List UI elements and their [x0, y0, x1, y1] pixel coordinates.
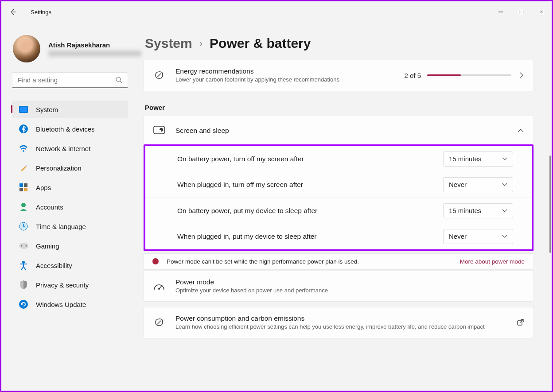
card-title: Power mode — [175, 278, 524, 286]
progress-fill — [427, 74, 461, 76]
card-sub: Optimize your device based on power use … — [175, 287, 524, 295]
paintbrush-icon — [19, 163, 28, 172]
bluetooth-icon — [19, 124, 28, 133]
maximize-button[interactable] — [511, 5, 531, 19]
energy-recommendations-card[interactable]: Energy recommendations Lower your carbon… — [143, 60, 534, 91]
shield-icon — [19, 280, 28, 289]
sidebar-item-apps[interactable]: Apps — [12, 179, 128, 196]
profile-block[interactable]: Atish Rajasekharan — [3, 23, 137, 72]
sidebar-item-gaming[interactable]: Gaming — [12, 237, 128, 255]
svg-rect-7 — [20, 107, 27, 112]
setting-row: On battery power, put my device to sleep… — [145, 198, 532, 224]
svg-point-21 — [19, 300, 28, 309]
dropdown-value: Never — [449, 233, 467, 240]
sidebar-item-label: Windows Update — [36, 301, 86, 308]
setting-label: On battery power, turn off my screen aft… — [177, 155, 443, 163]
info-text: Power mode can't be set while the high p… — [167, 258, 359, 265]
sidebar-item-privacy[interactable]: Privacy & security — [12, 276, 128, 294]
sleep-plugged-dropdown[interactable]: Never — [443, 229, 513, 244]
gamepad-icon — [19, 241, 28, 250]
svg-rect-14 — [24, 188, 27, 191]
screen-sleep-card: Screen and sleep On battery power, turn … — [143, 116, 534, 252]
sidebar-item-label: Privacy & security — [36, 281, 89, 289]
scrollbar-thumb[interactable] — [549, 155, 551, 253]
info-link[interactable]: More about power mode — [460, 258, 525, 265]
refresh-icon — [19, 300, 28, 309]
sidebar-item-time[interactable]: Time & language — [12, 217, 128, 235]
back-button[interactable] — [3, 2, 23, 22]
sidebar-item-bluetooth[interactable]: Bluetooth & devices — [12, 120, 128, 138]
card-sub: Lower your carbon footprint by applying … — [175, 76, 404, 84]
dropdown-value: Never — [449, 181, 467, 188]
chevron-right-icon: › — [199, 38, 203, 50]
sidebar-item-label: Network & internet — [36, 145, 90, 152]
sidebar-item-accessibility[interactable]: Accessibility — [12, 256, 128, 274]
external-link-icon — [517, 319, 524, 326]
sidebar: Atish Rajasekharan System Bluetooth & de… — [1, 23, 139, 391]
breadcrumb-parent[interactable]: System — [145, 36, 192, 51]
clock-globe-icon — [19, 222, 28, 231]
card-sub: Learn how choosing efficient power setti… — [175, 323, 517, 331]
card-title: Screen and sleep — [175, 127, 518, 135]
sidebar-item-label: Time & language — [36, 223, 86, 230]
chevron-down-icon — [502, 183, 507, 186]
chevron-up-icon — [518, 128, 524, 133]
sidebar-item-accounts[interactable]: Accounts — [12, 198, 128, 216]
profile-email — [48, 50, 141, 57]
window-controls — [491, 5, 552, 19]
gauge-icon — [153, 280, 165, 292]
carbon-card[interactable]: Power consumption and carbon emissions L… — [143, 307, 534, 338]
display-icon — [19, 105, 28, 114]
avatar — [13, 35, 40, 62]
screen-plugged-dropdown[interactable]: Never — [443, 177, 513, 192]
title-bar: Settings — [1, 1, 552, 23]
setting-row: On battery power, turn off my screen aft… — [145, 146, 532, 172]
sidebar-item-network[interactable]: Network & internet — [12, 140, 128, 157]
sidebar-item-personalization[interactable]: Personalization — [12, 159, 128, 177]
sidebar-item-update[interactable]: Windows Update — [12, 295, 128, 313]
sleep-battery-dropdown[interactable]: 15 minutes — [443, 203, 513, 218]
chevron-down-icon — [502, 157, 507, 161]
dropdown-value: 15 minutes — [449, 155, 481, 163]
svg-line-5 — [120, 81, 122, 83]
setting-row: When plugged in, put my device to sleep … — [145, 224, 532, 249]
info-bar: Power mode can't be set while the high p… — [143, 253, 534, 270]
breadcrumb: System › Power & battery — [145, 36, 534, 51]
page-title: Power & battery — [210, 36, 311, 51]
setting-label: When plugged in, put my device to sleep … — [177, 233, 443, 241]
chevron-down-icon — [502, 235, 507, 238]
sidebar-item-label: Accounts — [36, 203, 63, 211]
svg-rect-1 — [519, 10, 523, 14]
sidebar-item-label: Accessibility — [36, 262, 72, 269]
leaf-icon — [153, 70, 165, 81]
screen-sleep-header[interactable]: Screen and sleep — [144, 116, 534, 145]
svg-point-9 — [23, 150, 24, 152]
sidebar-item-label: Apps — [36, 184, 51, 191]
highlighted-settings: On battery power, turn off my screen aft… — [144, 144, 534, 251]
person-icon — [19, 202, 28, 211]
sidebar-item-label: Gaming — [36, 242, 59, 250]
sidebar-item-label: System — [36, 106, 58, 113]
card-title: Energy recommendations — [175, 67, 404, 75]
close-button[interactable] — [531, 5, 552, 19]
search-icon — [116, 77, 122, 83]
info-dot-icon — [152, 258, 159, 264]
setting-label: When plugged in, turn off my screen afte… — [177, 181, 443, 189]
svg-point-24 — [158, 288, 160, 290]
svg-point-15 — [21, 203, 26, 207]
screen-battery-dropdown[interactable]: 15 minutes — [443, 151, 513, 167]
chevron-right-icon — [519, 72, 524, 78]
svg-rect-12 — [24, 183, 27, 187]
svg-rect-11 — [19, 183, 23, 187]
search-box[interactable] — [12, 72, 128, 88]
dropdown-value: 15 minutes — [449, 207, 481, 214]
minimize-button[interactable] — [491, 5, 511, 19]
sidebar-item-system[interactable]: System — [12, 101, 128, 118]
search-input[interactable] — [18, 76, 116, 84]
power-mode-card[interactable]: Power mode Optimize your device based on… — [143, 271, 534, 302]
energy-progress — [427, 74, 511, 76]
setting-label: On battery power, put my device to sleep… — [177, 207, 443, 215]
content-area: System › Power & battery Energy recommen… — [139, 23, 552, 391]
window-title: Settings — [31, 9, 51, 16]
setting-row: When plugged in, turn off my screen afte… — [145, 172, 532, 198]
